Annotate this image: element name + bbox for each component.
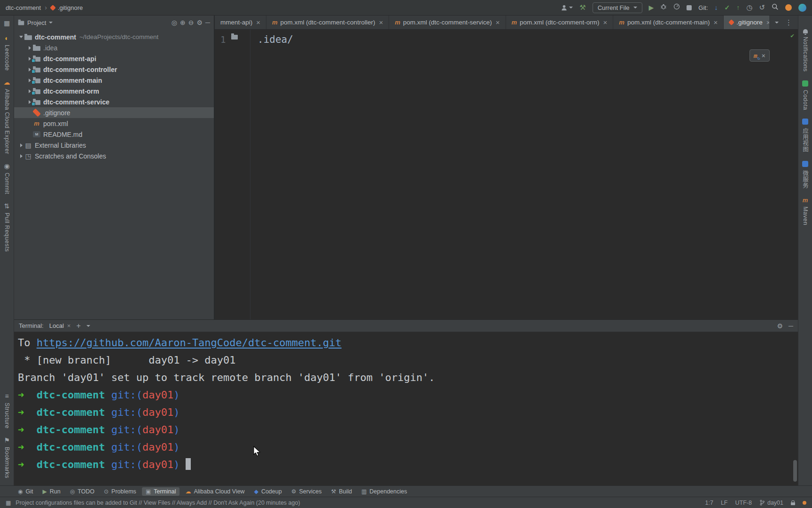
tool-button-codota[interactable]: Codota	[798, 76, 812, 114]
terminal-text: day01	[142, 406, 173, 418]
tool-button-notifications[interactable]: Notifications	[798, 24, 812, 76]
tool-button-microservice[interactable]: 微服务	[798, 157, 812, 193]
breadcrumb-file[interactable]: .gitignore	[51, 4, 83, 11]
tool-button-pull-requests[interactable]: ⇅Pull Requests	[0, 198, 14, 256]
run-configuration-select[interactable]: Current File	[593, 2, 642, 13]
history-button[interactable]: ◷	[746, 3, 752, 12]
run-button[interactable]: ▶	[649, 4, 654, 11]
git-commit-button[interactable]: ✓	[725, 4, 730, 11]
tool-button-commit[interactable]: ◉Commit	[0, 159, 14, 198]
tool-button-leetcode[interactable]: ◐Leetcode	[0, 31, 14, 75]
hidden-tabs-icon[interactable]	[775, 22, 779, 24]
tool-button-maven[interactable]: mMaven	[798, 193, 812, 230]
hide-terminal-icon[interactable]: ─	[789, 322, 793, 330]
close-icon[interactable]: ×	[603, 18, 608, 26]
chevron-down-icon[interactable]	[49, 22, 53, 24]
tree-row[interactable]: dtc-comment-api	[14, 53, 214, 64]
toolwindow-button-problems[interactable]: ⊙Problems	[100, 487, 140, 496]
tool-button-app-view[interactable]: 应用视图	[798, 114, 812, 157]
close-icon[interactable]: ×	[713, 18, 718, 26]
tool-button-alibaba-cloud-explorer[interactable]: ☁Alibaba Cloud Explorer	[0, 75, 14, 159]
new-terminal-icon[interactable]: +	[76, 322, 80, 330]
search-everywhere-button[interactable]	[772, 3, 779, 12]
toolwindow-switcher-icon[interactable]: ▦	[6, 500, 11, 506]
editor-tab[interactable]: mpom.xml (dtc-comment-controller)×	[266, 16, 389, 29]
tree-row[interactable]: mpom.xml	[14, 118, 214, 129]
debug-button[interactable]	[660, 3, 667, 12]
tree-row[interactable]: ◳Scratches and Consoles	[14, 151, 214, 161]
editor-tab[interactable]: .gitignore×	[724, 16, 769, 29]
chevron-right-icon[interactable]	[26, 46, 33, 50]
settings-icon[interactable]: ⚙	[197, 19, 203, 26]
project-panel-title[interactable]: Project	[27, 19, 46, 26]
caret-position[interactable]: 1:7	[705, 500, 713, 506]
git-branch-widget[interactable]: day01	[759, 500, 783, 506]
hide-panel-icon[interactable]: ─	[205, 19, 210, 26]
tree-row[interactable]: dtc-comment-controller	[14, 64, 214, 75]
toolwindow-button-todo[interactable]: ◎TODO	[66, 487, 98, 496]
lock-icon[interactable]	[791, 502, 795, 505]
chevron-down-icon[interactable]	[18, 36, 24, 38]
terminal-text: dtc-comment	[37, 389, 111, 401]
editor-tab[interactable]: mpom.xml (dtc-comment-main)×	[613, 16, 724, 29]
chevron-down-icon[interactable]	[86, 325, 90, 327]
file-encoding[interactable]: UTF-8	[735, 500, 752, 506]
code-with-me-button[interactable]	[561, 4, 573, 11]
build-project-button[interactable]: ⚒	[579, 3, 586, 12]
tree-row[interactable]: dtc-comment~/IdeaProjects/dtc-comment	[14, 32, 214, 42]
terminal-body[interactable]: To https://github.com/Aaron-TangCode/dtc…	[14, 332, 798, 485]
terminal-tab-local[interactable]: Local ×	[49, 322, 71, 329]
terminal-settings-icon[interactable]: ⚙	[777, 322, 783, 330]
tool-button-bookmarks[interactable]: ⚑Bookmarks	[0, 433, 14, 483]
toolwindow-button-terminal[interactable]: ▣Terminal	[142, 487, 180, 496]
toolwindow-button-build[interactable]: ⚒Build	[327, 487, 356, 496]
more-options-icon[interactable]: ⋮	[785, 18, 792, 27]
tool-button-structure[interactable]: ≡Structure	[0, 389, 14, 433]
rollback-button[interactable]: ↺	[759, 3, 765, 12]
chevron-right-icon[interactable]	[18, 143, 24, 147]
maven-reload-button[interactable]: m ↻	[754, 53, 757, 59]
expand-all-icon[interactable]: ⊕	[180, 19, 186, 26]
editor-tab[interactable]: mment-api)×	[215, 16, 266, 29]
profiler-button[interactable]	[673, 3, 680, 12]
tree-row[interactable]: MREADME.md	[14, 129, 214, 140]
git-update-button[interactable]: ↓	[715, 4, 718, 11]
tree-row[interactable]: ▤External Libraries	[14, 140, 214, 151]
editor-tab[interactable]: mpom.xml (dtc-comment-service)×	[389, 16, 506, 29]
terminal-scrollbar[interactable]	[793, 460, 797, 482]
inspections-ok-icon[interactable]: ✔	[790, 32, 794, 39]
close-icon[interactable]: ×	[379, 18, 383, 26]
tool-button-project[interactable]: ▦	[0, 16, 14, 31]
toolwindow-button-run[interactable]: ▶Run	[39, 487, 64, 496]
close-icon[interactable]: ×	[67, 322, 71, 329]
collapse-all-icon[interactable]: ⊖	[188, 19, 194, 26]
git-push-button[interactable]: ↑	[736, 4, 740, 11]
close-icon[interactable]: ×	[256, 18, 260, 26]
breadcrumb-project[interactable]: dtc-comment	[6, 4, 41, 11]
close-icon[interactable]: ×	[496, 18, 500, 26]
toolwindow-button-services[interactable]: ⚙Services	[288, 487, 326, 496]
stop-button[interactable]	[687, 5, 692, 10]
chevron-right-icon[interactable]	[18, 154, 24, 158]
notification-dot-icon[interactable]	[803, 501, 806, 505]
toolwindow-button-alibaba-cloud-view[interactable]: ☁Alibaba Cloud View	[181, 487, 248, 496]
terminal-link[interactable]: https://github.com/Aaron-TangCode/dtc-co…	[37, 337, 342, 349]
editor-code-line[interactable]: .idea/	[250, 30, 293, 319]
close-icon[interactable]: ×	[762, 52, 765, 59]
tree-row[interactable]: dtc-comment-main	[14, 75, 214, 86]
tree-row[interactable]: .idea	[14, 42, 214, 53]
editor[interactable]: 1 .idea/ ✔ m ↻ ×	[215, 30, 798, 319]
locate-file-icon[interactable]: ◎	[172, 19, 177, 26]
line-separator[interactable]: LF	[721, 500, 728, 506]
tree-row[interactable]: .gitignore	[14, 107, 214, 118]
user-avatar[interactable]	[798, 4, 806, 12]
tree-row[interactable]: dtc-comment-orm	[14, 86, 214, 96]
plugin-notification-icon[interactable]	[785, 4, 792, 11]
toolwindow-button-codeup[interactable]: ◆Codeup	[250, 487, 286, 496]
gutter-folder-icon[interactable]	[231, 35, 238, 40]
toolwindow-button-git[interactable]: ◉Git	[14, 487, 37, 496]
editor-tab[interactable]: mpom.xml (dtc-comment-orm)×	[506, 16, 614, 29]
tree-row[interactable]: dtc-comment-service	[14, 96, 214, 107]
toolwindow-button-dependencies[interactable]: ▥Dependencies	[358, 487, 411, 496]
status-message[interactable]: Project configurations files can be adde…	[16, 500, 300, 506]
